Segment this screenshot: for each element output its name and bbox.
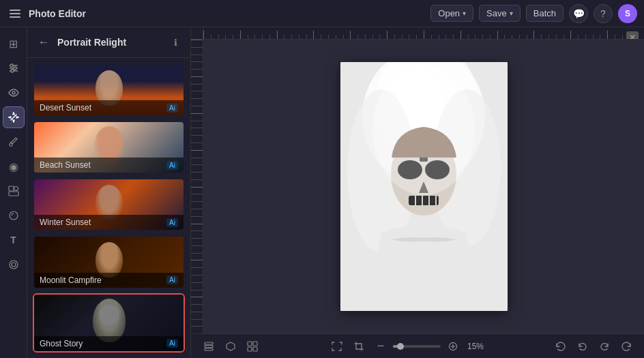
svg-rect-24 [409, 196, 439, 205]
preset-desert-sunset[interactable]: Desert Sunset Ai [33, 63, 185, 117]
photo-container [340, 62, 508, 311]
panel-info-button[interactable]: ℹ [169, 35, 182, 49]
select-icon-button[interactable] [221, 337, 240, 356]
svg-point-9 [14, 187, 18, 191]
panel-title: Portrait Relight [57, 37, 163, 48]
help-icon-button[interactable]: ? [594, 4, 613, 23]
svg-point-12 [10, 260, 18, 269]
app-title: Photo Editor [29, 8, 86, 19]
ai-badge-winter: Ai [166, 218, 178, 227]
zoom-value: 15% [465, 342, 486, 351]
canvas-with-ruler [191, 40, 644, 333]
canvas-close-button[interactable]: ✕ [626, 31, 639, 40]
layer-icon-button[interactable] [199, 337, 218, 356]
sidebar-item-adjustments[interactable] [3, 57, 25, 79]
header: Photo Editor Open ▾ Save ▾ Batch 💬 ? S [0, 0, 644, 27]
avatar[interactable]: S [618, 4, 637, 23]
svg-point-6 [12, 91, 15, 94]
toolbar-left-group [199, 337, 262, 356]
main-body: ⊞ [0, 27, 644, 358]
ai-badge-moonlit: Ai [166, 275, 178, 284]
open-chevron-icon: ▾ [463, 10, 466, 17]
sidebar-item-text[interactable]: T [3, 229, 25, 251]
preset-name-winter: Winter Sunset [40, 218, 91, 227]
horizontal-ruler: // Will render ticks inline via JS below… [191, 27, 644, 40]
panel-header: ← Portrait Relight ℹ [27, 27, 190, 58]
svg-point-1 [10, 64, 13, 67]
sidebar-item-shapes[interactable] [3, 180, 25, 202]
preset-moonlit-campfire[interactable]: Moonlit Campfire Ai [33, 235, 185, 288]
icon-sidebar: ⊞ [0, 27, 27, 358]
svg-point-11 [10, 211, 18, 220]
svg-point-13 [12, 263, 16, 267]
undo-button[interactable] [573, 337, 592, 356]
crop-icon-button[interactable] [349, 337, 368, 356]
bottom-toolbar: − 15% [191, 333, 644, 358]
zoom-out-button[interactable]: − [371, 337, 390, 356]
svg-rect-8 [9, 186, 14, 191]
preset-name-desert: Desert Sunset [40, 103, 91, 113]
preset-beach-sunset[interactable]: Beach Sunset Ai [33, 121, 185, 174]
preset-winter-sunset[interactable]: Winter Sunset Ai [33, 178, 185, 231]
sidebar-item-magic[interactable] [3, 106, 25, 128]
redo-button[interactable] [595, 337, 614, 356]
preset-name-beach: Beach Sunset [40, 160, 91, 170]
batch-button[interactable]: Batch [526, 5, 564, 22]
open-button[interactable]: Open ▾ [430, 5, 473, 22]
sidebar-item-mask[interactable] [3, 254, 25, 275]
panel-content: Desert Sunset Ai Beach Sunset Ai [27, 58, 190, 358]
panel: ← Portrait Relight ℹ Desert Sunset Ai [27, 27, 191, 358]
svg-rect-35 [248, 342, 252, 346]
svg-rect-36 [253, 342, 257, 346]
preset-name-moonlit: Moonlit Campfire [40, 275, 102, 285]
sidebar-item-brush[interactable] [3, 131, 25, 153]
preset-ghost-story[interactable]: Ghost Story Ai [33, 293, 185, 353]
canvas-main[interactable] [203, 40, 644, 333]
sidebar-item-layers[interactable]: ⊞ [3, 33, 25, 55]
photo-skeleton [340, 62, 508, 311]
svg-point-3 [14, 67, 16, 70]
photo-svg [340, 62, 508, 311]
history-icon-button[interactable] [551, 337, 570, 356]
zoom-in-button[interactable] [443, 337, 463, 356]
canvas-area: // Will render ticks inline via JS below… [191, 27, 644, 358]
preset-name-ghost: Ghost Story [40, 339, 83, 348]
forward-icon-button[interactable] [617, 337, 636, 356]
sidebar-item-effects[interactable] [3, 205, 25, 226]
fit-icon-button[interactable] [327, 337, 347, 356]
sidebar-item-eye[interactable] [3, 82, 25, 104]
ai-badge-beach: Ai [166, 161, 178, 170]
vertical-ruler [191, 40, 203, 333]
svg-rect-37 [248, 347, 252, 351]
menu-icon[interactable] [7, 7, 23, 20]
ai-badge-ghost: Ai [166, 339, 178, 348]
svg-point-31 [372, 65, 475, 195]
zoom-control: − 15% [327, 337, 486, 356]
ai-badge-desert: Ai [166, 104, 178, 113]
grid-icon-button[interactable] [243, 337, 262, 356]
toolbar-right-group [551, 337, 636, 356]
panel-back-button[interactable]: ← [35, 34, 52, 50]
svg-rect-34 [205, 348, 213, 350]
svg-rect-38 [253, 347, 257, 351]
svg-point-5 [11, 70, 14, 72]
save-button[interactable]: Save ▾ [479, 5, 521, 22]
svg-rect-32 [205, 342, 213, 344]
save-chevron-icon: ▾ [510, 10, 513, 17]
svg-rect-33 [205, 345, 213, 347]
chat-icon-button[interactable]: 💬 [569, 4, 588, 23]
zoom-slider[interactable] [393, 345, 441, 348]
svg-rect-10 [9, 192, 18, 196]
sidebar-item-stamp[interactable]: ◉ [3, 155, 25, 177]
